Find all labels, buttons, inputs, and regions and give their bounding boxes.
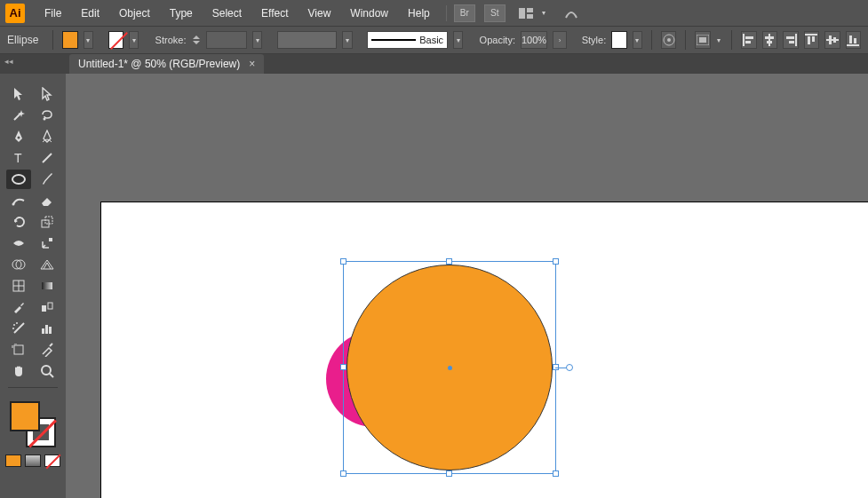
stroke-weight-caret[interactable]: ▾ [252, 31, 262, 49]
menu-object[interactable]: Object [110, 4, 159, 23]
canvas-viewport[interactable] [66, 74, 868, 498]
menu-effect[interactable]: Effect [252, 4, 297, 23]
opacity-value[interactable]: 100% [521, 31, 547, 49]
handle-top-right[interactable] [553, 258, 559, 265]
arrange-caret[interactable]: ▾ [538, 4, 550, 22]
fill-indicator[interactable] [10, 401, 40, 431]
paintbrush-tool[interactable] [35, 170, 60, 189]
align-hcenter-button[interactable] [762, 31, 778, 49]
menu-type[interactable]: Type [161, 4, 202, 23]
line-tool[interactable] [35, 148, 60, 168]
magic-wand-tool[interactable] [6, 106, 31, 125]
rotate-handle[interactable] [566, 364, 573, 371]
selection-tool[interactable] [6, 84, 31, 104]
opacity-label: Opacity: [480, 35, 515, 45]
svg-point-30 [12, 175, 25, 184]
rotate-tool[interactable] [6, 212, 31, 232]
menu-view[interactable]: View [299, 4, 340, 23]
color-mode-button[interactable] [5, 455, 21, 467]
svg-rect-12 [767, 41, 772, 43]
selection-bounding-box[interactable] [343, 261, 556, 474]
stroke-weight-input[interactable] [206, 31, 247, 49]
document-tab[interactable]: Untitled-1* @ 50% (RGB/Preview) × [69, 54, 264, 74]
handle-bottom-right[interactable] [553, 470, 559, 477]
zoom-tool[interactable] [35, 361, 60, 381]
slice-tool[interactable] [35, 340, 60, 360]
svg-point-27 [18, 137, 20, 139]
style-swatch[interactable] [611, 31, 627, 49]
fill-caret[interactable]: ▾ [84, 31, 93, 49]
stroke-profile-caret[interactable]: ▾ [342, 31, 352, 49]
handle-mid-left[interactable] [340, 364, 346, 370]
symbol-sprayer-tool[interactable] [6, 319, 31, 338]
svg-rect-37 [13, 281, 24, 291]
mesh-tool[interactable] [6, 276, 31, 296]
lasso-tool[interactable] [35, 106, 60, 125]
menu-window[interactable]: Window [341, 4, 397, 23]
eraser-tool[interactable] [35, 191, 60, 210]
svg-rect-14 [786, 36, 794, 39]
svg-line-29 [43, 154, 52, 162]
perspective-grid-tool[interactable] [35, 255, 60, 274]
scale-tool[interactable] [35, 212, 60, 232]
recolor-button[interactable] [661, 31, 677, 49]
direct-selection-tool[interactable] [35, 84, 60, 104]
free-transform-tool[interactable] [35, 233, 60, 253]
stroke-profile[interactable] [277, 31, 337, 49]
align-left-button[interactable] [741, 31, 757, 49]
none-mode-button[interactable] [44, 455, 60, 467]
stock-button[interactable]: St [484, 4, 506, 22]
style-caret[interactable]: ▾ [633, 31, 642, 49]
type-tool[interactable]: T [6, 148, 31, 168]
menu-file[interactable]: File [36, 4, 70, 23]
handle-bottom-left[interactable] [340, 470, 346, 477]
svg-rect-1 [527, 8, 533, 12]
brush-definition[interactable]: Basic [367, 31, 448, 49]
gradient-tool[interactable] [35, 276, 60, 296]
menu-help[interactable]: Help [399, 4, 439, 23]
menu-edit[interactable]: Edit [72, 4, 108, 23]
handle-bottom-mid[interactable] [446, 470, 452, 477]
width-tool[interactable] [6, 233, 31, 253]
close-tab-icon[interactable]: × [249, 58, 255, 70]
fill-swatch[interactable] [62, 31, 78, 49]
eyedropper-tool[interactable] [6, 297, 31, 317]
align-to-button[interactable] [695, 31, 711, 49]
menu-select[interactable]: Select [203, 4, 251, 23]
fill-stroke-indicator[interactable] [10, 401, 56, 447]
arrange-docs-icon[interactable] [518, 6, 536, 20]
stroke-caret[interactable]: ▾ [129, 31, 139, 49]
artboard-tool[interactable] [6, 340, 31, 360]
shape-builder-tool[interactable] [6, 255, 31, 274]
align-vcenter-button[interactable] [824, 31, 840, 49]
pen-tool[interactable] [6, 127, 31, 146]
brush-caret[interactable]: ▾ [453, 31, 463, 49]
handle-top-left[interactable] [340, 258, 346, 265]
main-area: T [0, 74, 868, 498]
panel-toggle-icon[interactable]: ◂◂ [0, 55, 18, 67]
svg-text:T: T [14, 152, 22, 164]
svg-rect-17 [808, 36, 810, 44]
gradient-mode-button[interactable] [25, 455, 41, 467]
hand-tool[interactable] [6, 361, 31, 381]
gpu-preview-icon[interactable] [562, 6, 580, 20]
svg-rect-47 [45, 325, 48, 334]
svg-rect-9 [745, 41, 751, 43]
ellipse-tool[interactable] [6, 170, 31, 189]
align-bottom-button[interactable] [846, 31, 862, 49]
svg-line-54 [50, 374, 53, 377]
svg-rect-48 [49, 327, 52, 334]
shaper-tool[interactable] [6, 191, 31, 210]
opacity-caret[interactable]: › [553, 31, 567, 49]
stroke-weight-spinner[interactable] [191, 31, 201, 49]
align-to-caret[interactable]: ▾ [716, 31, 723, 49]
align-top-button[interactable] [804, 31, 820, 49]
align-right-button[interactable] [783, 31, 799, 49]
stroke-swatch[interactable] [108, 31, 124, 49]
blend-tool[interactable] [35, 297, 60, 317]
handle-top-mid[interactable] [446, 258, 452, 265]
svg-rect-46 [42, 328, 44, 334]
bridge-button[interactable]: Br [454, 4, 475, 22]
curvature-tool[interactable] [35, 127, 60, 146]
column-graph-tool[interactable] [35, 319, 60, 338]
